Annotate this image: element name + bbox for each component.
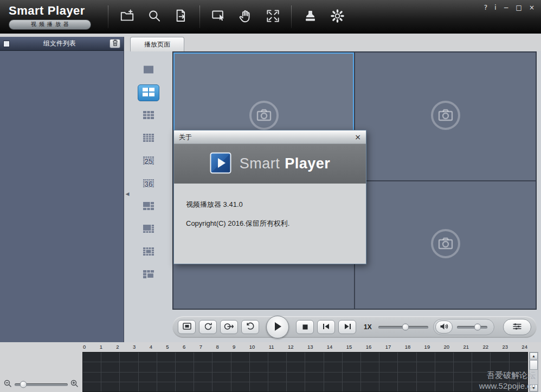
hand-button[interactable]: [232, 4, 259, 30]
close-button[interactable]: ×: [529, 4, 534, 11]
stamp-button[interactable]: [297, 4, 324, 30]
stamp-icon: [303, 9, 318, 25]
snapshot-button[interactable]: [205, 4, 232, 30]
speed-slider-thumb[interactable]: [402, 324, 409, 331]
ruler-tick: 1: [100, 344, 102, 351]
layout-25-icon: [143, 156, 154, 167]
volume-slider-thumb[interactable]: [474, 324, 481, 331]
dialog-brand-band: SmartPlayer: [174, 144, 366, 184]
dialog-close-button[interactable]: ×: [355, 133, 361, 141]
video-pane-4[interactable]: [355, 181, 536, 309]
layout-6-split-button[interactable]: [138, 198, 159, 215]
stop-button[interactable]: [296, 320, 314, 334]
zoom-slider-thumb[interactable]: [20, 381, 27, 388]
play-button[interactable]: [266, 316, 289, 338]
zoom-out-button[interactable]: [4, 380, 12, 389]
group-file-list-panel: 组文件列表: [0, 37, 124, 342]
tab-play-page[interactable]: 播放页面: [130, 37, 184, 51]
scrollbar-thumb[interactable]: [530, 360, 538, 370]
layout-9-button[interactable]: [138, 107, 159, 124]
panel-collapse-handle[interactable]: ◀: [125, 184, 130, 204]
prev-frame-button[interactable]: [317, 320, 335, 334]
zoom-slider[interactable]: [15, 383, 68, 386]
app-title: SmartPlayer: [9, 4, 85, 18]
timeline-grid[interactable]: [82, 352, 528, 392]
ruler-tick: 21: [463, 344, 469, 351]
maximize-button[interactable]: □: [516, 4, 522, 11]
volume-button[interactable]: [435, 321, 453, 334]
folder-plus-icon: [120, 9, 134, 25]
layout-corner-split-button[interactable]: [138, 266, 159, 283]
layout-9-icon: [143, 110, 154, 121]
help-button[interactable]: ?: [484, 4, 487, 11]
copyright-text: Copyright(C) 2016.保留所有权利.: [186, 219, 354, 228]
ruler-tick: 0: [83, 344, 86, 351]
volume-slider[interactable]: [457, 326, 487, 329]
ruler-tick: 12: [288, 344, 294, 351]
video-pane-2[interactable]: [355, 53, 536, 180]
screen-layout-strip: 25 36: [125, 51, 172, 342]
timeline-scrollbar[interactable]: ▲ ▼: [529, 352, 538, 392]
ruler-tick: 22: [482, 344, 488, 351]
next-frame-button[interactable]: [338, 320, 356, 334]
layout-36-button[interactable]: 36: [138, 175, 159, 192]
dialog-title: 关于: [179, 133, 355, 142]
playbar-settings-button[interactable]: [503, 319, 531, 335]
trash-icon: [112, 40, 118, 48]
layout-16-button[interactable]: [138, 130, 159, 147]
layout-4-button[interactable]: [138, 84, 159, 101]
panel-header: 组文件列表: [0, 37, 124, 51]
ruler-tick: 23: [502, 344, 508, 351]
layout-center-split-button[interactable]: [138, 244, 159, 260]
ruler-tick: 17: [385, 344, 391, 351]
layout-8-split-icon: [143, 224, 154, 235]
loop-play-button[interactable]: [220, 320, 238, 334]
replay-button[interactable]: [241, 320, 259, 334]
ruler-tick: 20: [444, 344, 450, 351]
next-frame-icon: [344, 323, 351, 331]
fullscreen-icon: [266, 9, 280, 25]
ruler-tick: 14: [327, 344, 333, 351]
layout-center-split-icon: [143, 247, 154, 258]
zoom-in-button[interactable]: [70, 380, 79, 389]
settings-button[interactable]: [324, 4, 351, 30]
layout-6-split-icon: [143, 201, 154, 212]
open-file-button[interactable]: [113, 4, 140, 30]
sync-play-button[interactable]: [199, 320, 217, 334]
select-all-checkbox[interactable]: [3, 41, 10, 47]
ruler-tick: 9: [233, 344, 235, 351]
export-button[interactable]: [168, 4, 195, 30]
info-button[interactable]: i: [494, 4, 496, 11]
scroll-down-button[interactable]: ▼: [530, 384, 538, 391]
delete-button[interactable]: [110, 39, 120, 48]
ruler-tick: 13: [307, 344, 313, 351]
scroll-up-button[interactable]: ▲: [530, 352, 538, 360]
ruler-tick: 19: [424, 344, 430, 351]
version-text: 视频播放器 3.41.0: [186, 200, 354, 210]
sync-icon: [204, 322, 212, 332]
ruler-tick: 11: [269, 344, 274, 351]
speed-slider[interactable]: [378, 326, 428, 329]
toolbar-separator: [108, 5, 108, 28]
ruler-tick: 5: [166, 344, 169, 351]
window-controls: ? i − □ ×: [484, 4, 534, 11]
fullscreen-button[interactable]: [259, 4, 286, 30]
search-button[interactable]: [140, 4, 168, 30]
monitor-cursor-icon: [211, 9, 226, 25]
timeline-ruler[interactable]: 0 1 2 3 4 5 6 7 8 9 10 11 12 13 14 15 16…: [82, 344, 528, 351]
file-list-body[interactable]: [0, 51, 124, 342]
layout-8-split-button[interactable]: [138, 221, 159, 238]
zoom-in-icon: [70, 380, 79, 389]
about-dialog: 关于 × SmartPlayer 视频播放器 3.41.0 Copyright(…: [173, 130, 366, 264]
minimize-button[interactable]: −: [504, 4, 509, 11]
timeline-zoom-bar: [0, 377, 82, 392]
play-icon: [273, 322, 282, 333]
brand-text: SmartPlayer: [240, 155, 331, 172]
ruler-tick: 4: [150, 344, 152, 351]
layout-16-icon: [143, 133, 154, 144]
layout-1-button[interactable]: [138, 62, 159, 79]
search-icon: [147, 9, 162, 25]
single-screen-button[interactable]: [178, 320, 196, 334]
layout-25-button[interactable]: 25: [138, 153, 159, 169]
dialog-titlebar[interactable]: 关于 ×: [174, 130, 366, 144]
